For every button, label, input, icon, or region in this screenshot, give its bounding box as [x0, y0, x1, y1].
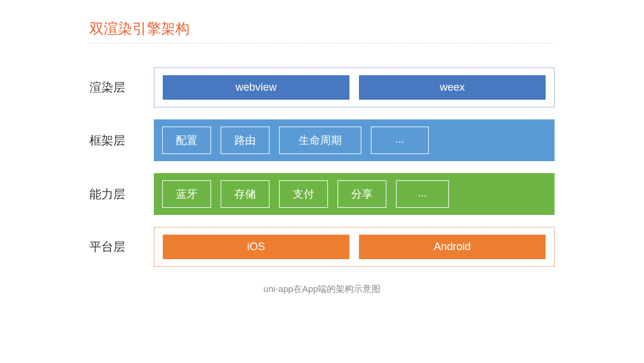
- capability-layer-label: 能力层: [89, 186, 137, 202]
- platform-layer-row: 平台层 iOS Android: [89, 227, 555, 267]
- diagram-caption: uni-app在App端的架构示意图: [89, 284, 555, 295]
- render-item-webview: webview: [163, 75, 349, 100]
- platform-item-ios: iOS: [163, 235, 349, 259]
- platform-item-android: Android: [359, 235, 546, 259]
- render-item-weex: weex: [359, 75, 546, 100]
- platform-layer-label: 平台层: [89, 239, 137, 255]
- capability-item-share: 分享: [338, 180, 386, 208]
- capability-item-more: ...: [396, 180, 449, 208]
- framework-layer-row: 框架层 配置 路由 生命周期 ...: [89, 119, 555, 161]
- title-divider: [89, 43, 555, 44]
- capability-item-storage: 存储: [221, 180, 270, 208]
- render-layer-label: 渲染层: [89, 79, 137, 96]
- capability-item-bluetooth: 蓝牙: [162, 180, 211, 208]
- framework-item-config: 配置: [162, 127, 211, 154]
- framework-item-lifecycle: 生命周期: [279, 127, 361, 154]
- architecture-diagram: 渲染层 webview weex 框架层 配置 路由 生命周期 ... 能力层 …: [89, 67, 555, 267]
- diagram-title: 双渲染引擎架构: [89, 19, 555, 38]
- render-layer-box: webview weex: [154, 67, 555, 107]
- render-layer-row: 渲染层 webview weex: [89, 67, 555, 107]
- framework-item-route: 路由: [221, 127, 270, 154]
- capability-layer-box: 蓝牙 存储 支付 分享 ...: [154, 173, 555, 215]
- framework-layer-label: 框架层: [89, 133, 137, 149]
- framework-layer-box: 配置 路由 生命周期 ...: [154, 119, 555, 161]
- platform-layer-box: iOS Android: [154, 227, 555, 267]
- framework-item-more: ...: [371, 127, 429, 154]
- capability-layer-row: 能力层 蓝牙 存储 支付 分享 ...: [89, 173, 555, 215]
- capability-item-payment: 支付: [279, 180, 328, 208]
